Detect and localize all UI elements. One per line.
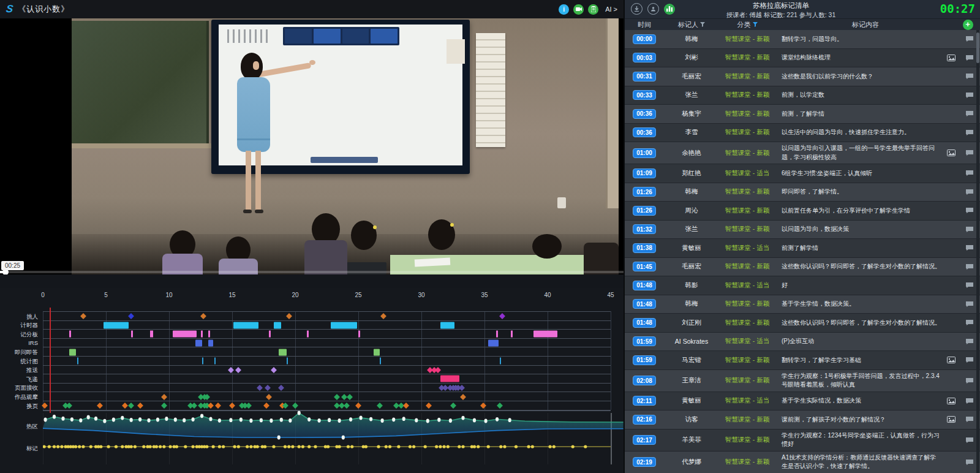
event-bar[interactable] bbox=[233, 322, 258, 328]
time-badge[interactable]: 01:48 bbox=[633, 318, 656, 328]
time-badge[interactable]: 01:38 bbox=[633, 243, 656, 253]
col-category[interactable]: 分类 bbox=[719, 20, 775, 29]
event-bar[interactable] bbox=[440, 376, 459, 382]
event-diamond[interactable] bbox=[66, 403, 72, 409]
playhead-line[interactable] bbox=[50, 308, 51, 413]
time-badge[interactable]: 01:26 bbox=[633, 206, 656, 216]
event-diamond[interactable] bbox=[266, 394, 272, 400]
event-tick[interactable] bbox=[150, 331, 153, 338]
event-diamond[interactable] bbox=[208, 403, 214, 409]
mark-row[interactable]: 00:36杨集宇智慧课堂 - 新颖前测，了解学情 bbox=[625, 105, 980, 124]
mark-row[interactable]: 02:11黄敏丽智慧课堂 - 适当基于学生实际情况，数据决策 bbox=[625, 392, 980, 411]
event-bar[interactable] bbox=[195, 340, 202, 347]
event-diamond[interactable] bbox=[344, 403, 350, 409]
event-tick[interactable] bbox=[269, 331, 271, 338]
mark-row[interactable]: 00:33张兰智慧课堂 - 新颖前测，以学定数 bbox=[625, 86, 980, 105]
event-diamond[interactable] bbox=[80, 313, 86, 319]
time-badge[interactable]: 01:45 bbox=[633, 262, 656, 271]
event-diamond[interactable] bbox=[459, 385, 465, 391]
event-diamond[interactable] bbox=[128, 403, 134, 409]
event-tick[interactable] bbox=[287, 358, 288, 365]
image-attachment-icon[interactable] bbox=[943, 398, 959, 404]
event-diamond[interactable] bbox=[191, 403, 197, 409]
mark-row[interactable]: 00:36李雪智慧课堂 - 新颖以生活中的问题为导向，快速抓住学生注意力。 bbox=[625, 124, 980, 143]
mark-row[interactable]: 00:03刘彬智慧课堂 - 新颖课堂结构脉络梳理 bbox=[625, 49, 980, 68]
time-badge[interactable]: 01:59 bbox=[633, 336, 656, 346]
event-diamond[interactable] bbox=[499, 313, 505, 319]
event-bar[interactable] bbox=[331, 322, 357, 328]
scrollbar-thumb[interactable] bbox=[976, 32, 979, 63]
event-diamond[interactable] bbox=[347, 394, 353, 400]
time-badge[interactable]: 01:48 bbox=[633, 281, 656, 290]
event-tick[interactable] bbox=[380, 358, 381, 365]
mark-row[interactable]: 01:26韩梅智慧课堂 - 新颖即问即答，了解学情。 bbox=[625, 183, 980, 202]
event-bar[interactable] bbox=[279, 349, 286, 355]
mark-row[interactable]: 00:31毛丽宏智慧课堂 - 新颖这些数是我们以前学习的什么数？ bbox=[625, 67, 980, 86]
event-tick[interactable] bbox=[214, 358, 216, 365]
mark-row[interactable]: 01:59马宏锴智慧课堂 - 新颖翻转学习，了解学生学习基础 bbox=[625, 351, 980, 370]
image-attachment-icon[interactable] bbox=[943, 357, 959, 363]
event-diamond[interactable] bbox=[137, 403, 143, 409]
time-badge[interactable]: 02:19 bbox=[633, 457, 656, 467]
event-diamond[interactable] bbox=[497, 403, 503, 409]
event-diamond[interactable] bbox=[161, 394, 167, 400]
event-diamond[interactable] bbox=[97, 403, 103, 409]
event-tick[interactable] bbox=[496, 331, 498, 338]
time-badge[interactable]: 01:00 bbox=[633, 148, 656, 158]
event-diamond[interactable] bbox=[450, 403, 456, 409]
col-marker[interactable]: 标记人 bbox=[664, 20, 719, 29]
video-frame[interactable]: 00:25 0:25 / 41:55 1x ❮ ❯ bbox=[0, 18, 624, 274]
time-badge[interactable]: 00:33 bbox=[633, 90, 656, 100]
time-badge[interactable]: 02:16 bbox=[633, 415, 656, 425]
event-diamond[interactable] bbox=[355, 403, 361, 409]
mark-row[interactable]: 01:00余艳艳智慧课堂 - 新颖以问题为导向引入课题，一组的一号学生最先举手回… bbox=[625, 142, 980, 164]
event-tick[interactable] bbox=[358, 331, 360, 338]
mark-row[interactable]: 01:45毛丽宏智慧课堂 - 新颖这些数你认识吗？即问即答，了解学生对小数的了解… bbox=[625, 258, 980, 277]
event-bar[interactable] bbox=[440, 322, 454, 328]
event-tick[interactable] bbox=[202, 358, 203, 365]
time-badge[interactable]: 01:09 bbox=[633, 168, 656, 178]
mark-row[interactable]: 01:59AI Sokrates智慧课堂 - 适当(P)全班互动 bbox=[625, 333, 980, 352]
event-tick[interactable] bbox=[77, 358, 78, 365]
report-icon[interactable] bbox=[588, 4, 598, 15]
mark-row[interactable]: 01:38黄敏丽智慧课堂 - 适当前测了解学情 bbox=[625, 239, 980, 258]
time-badge[interactable]: 01:26 bbox=[633, 187, 656, 197]
event-tick[interactable] bbox=[307, 331, 309, 338]
event-bar[interactable] bbox=[104, 322, 129, 328]
event-bar[interactable] bbox=[173, 331, 197, 338]
mark-row[interactable]: 01:26周沁智慧课堂 - 新颖以前置任务单为引，在分享评价中了解学生学情 bbox=[625, 202, 980, 221]
event-bar[interactable] bbox=[374, 349, 380, 355]
event-diamond[interactable] bbox=[380, 313, 386, 319]
event-diamond[interactable] bbox=[271, 367, 277, 373]
image-attachment-icon[interactable] bbox=[943, 149, 959, 156]
image-attachment-icon[interactable] bbox=[943, 55, 959, 61]
mark-row[interactable]: 01:09郑红艳智慧课堂 - 适当6组学生习惯:坐姿端正，认真倾听 bbox=[625, 164, 980, 183]
event-diamond[interactable] bbox=[229, 403, 235, 409]
mark-row[interactable]: 02:17羊美菲智慧课堂 - 新颖学生行为观察2：1234号同学坐姿端正，认真做… bbox=[625, 429, 980, 452]
mark-row[interactable]: 02:19代梦娜智慧课堂 - 新颖A1技术支持的学情分析：教师通过反馈器快速调查… bbox=[625, 452, 980, 473]
event-tick[interactable] bbox=[69, 331, 71, 338]
time-badge[interactable]: 00:36 bbox=[633, 109, 656, 119]
event-diamond[interactable] bbox=[228, 367, 234, 373]
event-diamond[interactable] bbox=[263, 403, 270, 409]
time-badge[interactable]: 01:48 bbox=[633, 299, 656, 309]
time-badge[interactable]: 00:03 bbox=[633, 53, 656, 62]
mark-row[interactable]: 01:48韩梅智慧课堂 - 新颖基于学生学情，数据决策。 bbox=[625, 295, 980, 314]
time-badge[interactable]: 00:36 bbox=[633, 127, 656, 137]
event-tick[interactable] bbox=[511, 331, 513, 338]
event-bar[interactable] bbox=[488, 340, 498, 347]
event-diamond[interactable] bbox=[161, 403, 167, 409]
mark-row[interactable]: 02:16访客智慧课堂 - 新颖课前测，了解孩子对小数的了解情况？ bbox=[625, 411, 980, 429]
event-diamond[interactable] bbox=[403, 403, 409, 409]
time-badge[interactable]: 02:11 bbox=[633, 396, 655, 406]
mark-row[interactable]: 01:32张兰智慧课堂 - 新颖以问题为导向，数据决策 bbox=[625, 221, 980, 240]
event-diamond[interactable] bbox=[42, 403, 48, 409]
event-bar[interactable] bbox=[69, 349, 75, 355]
ai-menu-button[interactable]: AI > bbox=[605, 6, 617, 13]
event-diamond[interactable] bbox=[334, 394, 340, 400]
event-diamond[interactable] bbox=[278, 385, 284, 391]
event-diamond[interactable] bbox=[122, 403, 128, 409]
time-badge[interactable]: 00:31 bbox=[633, 72, 656, 81]
seek-bar[interactable] bbox=[0, 271, 624, 273]
event-bar[interactable] bbox=[208, 340, 213, 347]
